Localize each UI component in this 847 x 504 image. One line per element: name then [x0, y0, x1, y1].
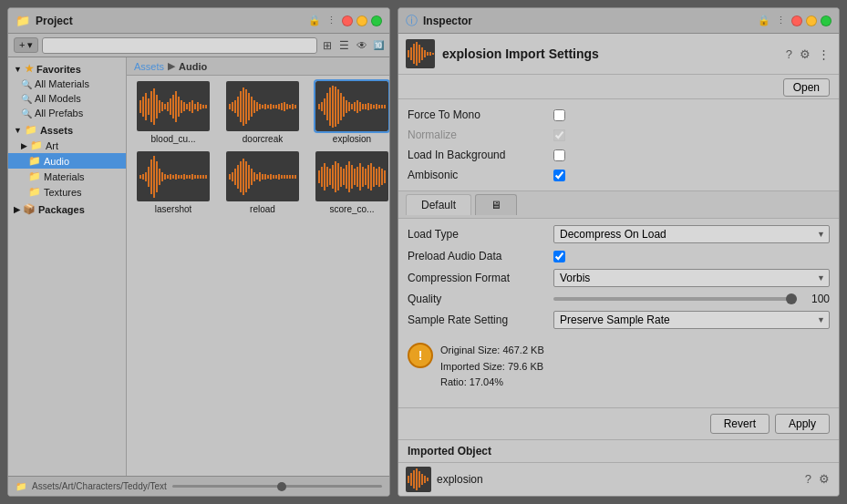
- imported-size-value: 79.6 KB: [508, 361, 543, 372]
- preload-audio-checkbox-wrapper: [553, 251, 565, 262]
- svg-rect-20: [191, 100, 193, 113]
- breadcrumb-root[interactable]: Assets: [134, 61, 164, 72]
- tab-monitor[interactable]: 🖥: [475, 194, 517, 215]
- maximize-button[interactable]: [371, 15, 382, 26]
- svg-rect-171: [416, 468, 418, 490]
- lock-icon[interactable]: 🔒: [758, 15, 770, 26]
- sidebar-item-all-materials[interactable]: 🔍 All Materials: [8, 77, 126, 91]
- lock-icon[interactable]: 🔒: [308, 15, 321, 26]
- svg-rect-90: [170, 174, 171, 180]
- sidebar-item-audio[interactable]: 📁 Audio: [8, 153, 126, 169]
- load-in-background-checkbox[interactable]: [553, 149, 565, 161]
- waveform-icon: [227, 154, 298, 200]
- svg-rect-32: [243, 87, 244, 126]
- svg-rect-25: [205, 105, 207, 108]
- svg-rect-79: [139, 175, 141, 179]
- list-item[interactable]: reload: [222, 151, 304, 214]
- svg-rect-30: [237, 97, 239, 117]
- zoom-slider[interactable]: [172, 485, 382, 488]
- sidebar-item-textures[interactable]: 📁 Textures: [8, 184, 126, 200]
- quality-slider[interactable]: [553, 297, 797, 301]
- svg-rect-124: [281, 175, 283, 179]
- preload-audio-label: Preload Audio Data: [408, 250, 553, 262]
- svg-rect-87: [161, 172, 163, 181]
- folder-icon: 📁: [25, 124, 37, 136]
- quality-label: Quality: [408, 293, 553, 305]
- sidebar-item-materials[interactable]: 📁 Materials: [8, 169, 126, 184]
- load-in-background-row: Load In Background: [408, 145, 830, 165]
- maximize-button[interactable]: [821, 15, 832, 26]
- sidebar-item-all-prefabs[interactable]: 🔍 All Prefabs: [8, 106, 126, 120]
- sidebar-packages[interactable]: ▶ 📦 Packages: [8, 201, 126, 217]
- svg-rect-14: [175, 91, 177, 122]
- menu-dots-icon[interactable]: ⋮: [326, 15, 336, 26]
- minimize-button[interactable]: [356, 15, 367, 26]
- gear-icon-button[interactable]: ⚙: [817, 472, 832, 486]
- menu-dots-icon[interactable]: ⋮: [776, 15, 786, 26]
- visibility-icon[interactable]: 👁: [355, 39, 369, 52]
- compression-format-select[interactable]: Vorbis PCM ADPCM MP3: [553, 269, 830, 287]
- inspector-titlebar: ⓘ Inspector 🔒 ⋮: [398, 8, 839, 34]
- zoom-thumb: [277, 482, 286, 491]
- view-icon[interactable]: ☰: [337, 39, 351, 52]
- info-section: ! Original Size: 467.2 KB Imported Size:…: [398, 335, 839, 398]
- load-type-select[interactable]: Decompress On Load Compressed In Memory …: [553, 225, 830, 243]
- open-button[interactable]: Open: [783, 78, 830, 97]
- minimize-button[interactable]: [806, 15, 817, 26]
- imported-object-header: Imported Object: [398, 440, 839, 463]
- original-size-label: Original Size:: [440, 345, 500, 355]
- svg-rect-39: [262, 105, 263, 108]
- list-item[interactable]: explosion: [311, 81, 389, 144]
- ambisonic-checkbox-wrapper: [553, 170, 565, 181]
- folder-icon: 📁: [28, 155, 41, 167]
- add-button[interactable]: + ▾: [14, 37, 38, 53]
- svg-rect-84: [153, 156, 155, 198]
- list-item[interactable]: lasershot: [132, 151, 214, 214]
- sample-rate-dropdown-wrapper: Preserve Sample Rate Optimize Sample Rat…: [553, 311, 830, 329]
- svg-rect-6: [153, 88, 155, 125]
- open-button-row: Open: [398, 75, 839, 99]
- normalize-checkbox[interactable]: [553, 129, 565, 141]
- list-item[interactable]: doorcreak: [222, 81, 304, 144]
- list-item[interactable]: blood_cu...: [132, 81, 214, 144]
- close-button[interactable]: [791, 15, 802, 26]
- svg-rect-42: [270, 104, 272, 109]
- chevron-right-icon: ▶: [21, 141, 27, 150]
- filter-icon[interactable]: ⊞: [321, 39, 334, 52]
- svg-rect-159: [413, 44, 415, 64]
- search-input[interactable]: [42, 37, 317, 54]
- apply-button[interactable]: Apply: [775, 414, 830, 434]
- svg-rect-68: [359, 102, 361, 111]
- svg-rect-89: [167, 175, 169, 179]
- svg-rect-152: [376, 169, 377, 185]
- svg-rect-109: [240, 161, 242, 192]
- overflow-icon-button[interactable]: ⋮: [816, 47, 832, 61]
- settings-icon-button[interactable]: ⚙: [798, 47, 812, 61]
- search-icon: 🔍: [21, 79, 32, 89]
- project-body: ▼ ★ Favorites 🔍 All Materials 🔍 All Mode…: [8, 57, 389, 476]
- asset-thumb: [226, 81, 299, 131]
- sidebar-favorites[interactable]: ▼ ★ Favorites: [8, 61, 126, 77]
- main-settings: Force To Mono Normalize Load In Backgrou…: [398, 99, 839, 191]
- svg-rect-60: [337, 89, 339, 124]
- breadcrumb-folder: Audio: [179, 61, 207, 72]
- list-item[interactable]: score_co...: [311, 151, 389, 214]
- sample-rate-select[interactable]: Preserve Sample Rate Optimize Sample Rat…: [553, 311, 830, 329]
- svg-rect-97: [189, 175, 191, 179]
- help-icon-button[interactable]: ?: [784, 47, 794, 61]
- preload-audio-checkbox[interactable]: [553, 251, 565, 262]
- tab-default[interactable]: Default: [406, 194, 471, 215]
- help-icon-button[interactable]: ?: [803, 472, 813, 486]
- sidebar-assets[interactable]: ▼ 📁 Assets: [8, 122, 126, 138]
- svg-rect-166: [432, 53, 434, 55]
- svg-rect-64: [348, 102, 350, 111]
- close-button[interactable]: [342, 15, 353, 26]
- force-to-mono-checkbox[interactable]: [553, 109, 565, 121]
- chevron-down-icon: ▼: [14, 65, 22, 74]
- ambisonic-checkbox[interactable]: [553, 170, 565, 181]
- imported-size-label: Imported Size:: [440, 361, 505, 372]
- revert-button[interactable]: Revert: [710, 414, 770, 434]
- sidebar-item-art[interactable]: ▶ 📁 Art: [8, 138, 126, 153]
- svg-rect-144: [354, 169, 356, 185]
- sidebar-item-all-models[interactable]: 🔍 All Models: [8, 91, 126, 106]
